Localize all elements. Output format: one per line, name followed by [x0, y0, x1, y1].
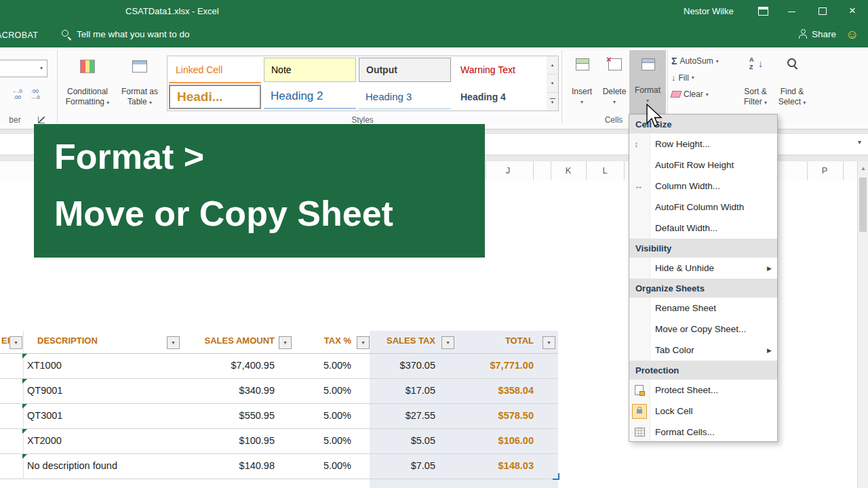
- chevron-down-icon: ▾: [40, 65, 43, 71]
- user-name[interactable]: Nestor Wilke: [684, 6, 734, 16]
- lock-cell-icon: [632, 404, 647, 419]
- find-select-button[interactable]: Find & Select ▾: [774, 52, 810, 122]
- minimize-icon[interactable]: [788, 12, 795, 12]
- menu-item-label: Lock Cell: [655, 406, 693, 416]
- style-linked-cell[interactable]: Linked Cell: [169, 58, 261, 83]
- menu-item-row-height[interactable]: ↕ Row Height...: [629, 134, 777, 155]
- conditional-formatting-button[interactable]: Conditional Formatting ▾: [61, 52, 114, 122]
- gallery-scroll-down-icon[interactable]: ▾: [547, 75, 558, 93]
- table-row[interactable]: No description found $140.98 5.00% $7.05…: [0, 453, 558, 479]
- cell-total[interactable]: $358.04: [458, 378, 534, 403]
- fill-button[interactable]: ↓ Fill ▾: [671, 73, 694, 83]
- cell-tax[interactable]: 5.00%: [292, 453, 351, 479]
- style-heading-2[interactable]: Heading 2: [264, 85, 356, 109]
- cell-sales-tax[interactable]: $27.55: [366, 403, 435, 428]
- cell-sales-amount[interactable]: $550.95: [173, 403, 275, 428]
- cell-description[interactable]: No description found: [27, 453, 117, 479]
- menu-item-lock-cell[interactable]: Lock Cell: [629, 401, 777, 422]
- cell-tax[interactable]: 5.00%: [292, 378, 351, 403]
- cell-tax[interactable]: 5.00%: [292, 353, 351, 378]
- filter-button[interactable]: ▾: [279, 336, 292, 349]
- dialog-launcher-icon[interactable]: [38, 117, 45, 123]
- vertical-scrollbar[interactable]: ▲: [857, 161, 868, 488]
- number-format-dropdown[interactable]: ▾: [0, 60, 47, 77]
- menu-item-tab-color[interactable]: Tab Color ▶: [629, 340, 777, 361]
- cell-sales-amount[interactable]: $100.95: [173, 428, 275, 453]
- share-button[interactable]: Share: [812, 29, 836, 39]
- delete-button[interactable]: Delete▾: [598, 52, 631, 117]
- style-warning-text[interactable]: Warning Text: [454, 58, 546, 82]
- cell-sales-tax[interactable]: $5.05: [366, 428, 435, 453]
- table-row[interactable]: XT2000 $100.95 5.00% $5.05 $106.00: [0, 428, 558, 454]
- header-total: TOTAL: [458, 336, 534, 346]
- sigma-icon: Σ: [671, 56, 677, 66]
- cell-sales-tax[interactable]: $370.05: [366, 353, 435, 378]
- clear-label: Clear: [684, 89, 703, 99]
- style-heading-3[interactable]: Heading 3: [359, 85, 451, 109]
- menu-item-default-width[interactable]: Default Width...: [629, 218, 777, 239]
- style-note[interactable]: Note: [264, 58, 356, 82]
- restore-icon[interactable]: [818, 7, 827, 15]
- cell-total[interactable]: $148.03: [458, 453, 534, 479]
- style-output[interactable]: Output: [359, 58, 451, 82]
- menu-item-autofit-column-width[interactable]: AutoFit Column Width: [629, 197, 777, 218]
- cell-description[interactable]: XT2000: [27, 428, 62, 453]
- tell-me-box[interactable]: Tell me what you want to do: [77, 29, 190, 39]
- autosum-button[interactable]: Σ AutoSum ▾: [671, 56, 719, 66]
- column-header-l[interactable]: L: [602, 165, 607, 176]
- tab-acrobat[interactable]: ACROBAT: [0, 30, 38, 40]
- format-dropdown-menu: Cell Size ↕ Row Height... AutoFit Row He…: [629, 114, 778, 442]
- sort-filter-button[interactable]: AZ↓ Sort & Filter ▾: [736, 52, 774, 122]
- gallery-scroll-up-icon[interactable]: ▴: [547, 56, 558, 75]
- menu-item-autofit-row-height[interactable]: AutoFit Row Height: [629, 155, 777, 176]
- table-row[interactable]: QT3001 $550.95 5.00% $27.55 $578.50: [0, 403, 558, 429]
- scrollbar-thumb[interactable]: [859, 178, 867, 232]
- menu-item-label: Column Width...: [655, 181, 720, 191]
- cell-sales-tax[interactable]: $7.05: [366, 453, 435, 479]
- clear-button[interactable]: Clear ▾: [671, 89, 709, 99]
- close-icon[interactable]: ×: [849, 5, 856, 16]
- filter-button[interactable]: ▾: [441, 336, 454, 349]
- menu-item-label: Row Height...: [655, 139, 710, 149]
- cell-sales-tax[interactable]: $17.05: [366, 378, 435, 403]
- menu-item-hide-unhide[interactable]: Hide & Unhide ▶: [629, 258, 777, 279]
- cell-total[interactable]: $7,771.00: [458, 353, 534, 378]
- menu-item-format-cells[interactable]: Format Cells...: [629, 422, 777, 443]
- cell-sales-amount[interactable]: $340.99: [173, 378, 275, 403]
- column-header-p[interactable]: P: [822, 165, 828, 176]
- table-row[interactable]: XT1000 $7,400.95 5.00% $370.05 $7,771.00: [0, 353, 558, 379]
- increase-decimal-icon[interactable]: ←.0 .00: [12, 88, 22, 100]
- menu-item-move-or-copy-sheet[interactable]: Move or Copy Sheet...: [629, 319, 777, 340]
- menu-item-protect-sheet[interactable]: Protect Sheet...: [629, 380, 777, 401]
- format-as-table-button[interactable]: Format as Table ▾: [117, 52, 163, 122]
- cell-tax[interactable]: 5.00%: [292, 428, 351, 453]
- ribbon-display-options-icon[interactable]: [758, 7, 768, 16]
- column-header-j[interactable]: J: [506, 165, 511, 176]
- scroll-up-icon[interactable]: ▲: [858, 165, 868, 171]
- cell-total[interactable]: $578.50: [458, 403, 534, 428]
- cell-total[interactable]: $106.00: [458, 428, 534, 453]
- menu-item-label: Rename Sheet: [655, 303, 716, 313]
- style-heading-4[interactable]: Heading 4: [454, 85, 546, 109]
- style-heading-1-selected[interactable]: Headi...: [169, 85, 261, 109]
- insert-button[interactable]: Insert▾: [566, 52, 598, 117]
- cell-sales-amount[interactable]: $140.98: [173, 453, 275, 479]
- cell-tax[interactable]: 5.00%: [292, 403, 351, 428]
- gallery-more-icon[interactable]: ▾: [547, 93, 558, 110]
- filter-button[interactable]: ▾: [9, 336, 22, 349]
- column-header-k[interactable]: K: [566, 165, 572, 176]
- menu-item-column-width[interactable]: ↔ Column Width...: [629, 176, 777, 197]
- table-row[interactable]: QT9001 $340.99 5.00% $17.05 $358.04: [0, 378, 558, 404]
- cell-sales-amount[interactable]: $7,400.95: [173, 353, 275, 378]
- cell-description[interactable]: QT9001: [27, 378, 62, 403]
- decrease-decimal-icon[interactable]: .00 →.0: [30, 88, 40, 100]
- cell-description[interactable]: XT1000: [27, 353, 62, 378]
- feedback-smiley-icon[interactable]: ☺: [846, 28, 859, 41]
- formula-bar-expand-icon[interactable]: ▾: [858, 138, 861, 146]
- menu-item-rename-sheet[interactable]: Rename Sheet: [629, 298, 777, 319]
- cell-flag-triangle: [22, 379, 27, 384]
- table-resize-handle[interactable]: [553, 473, 559, 480]
- filter-button[interactable]: ▾: [542, 336, 555, 349]
- chevron-down-icon: ▾: [692, 75, 694, 81]
- cell-description[interactable]: QT3001: [27, 403, 62, 428]
